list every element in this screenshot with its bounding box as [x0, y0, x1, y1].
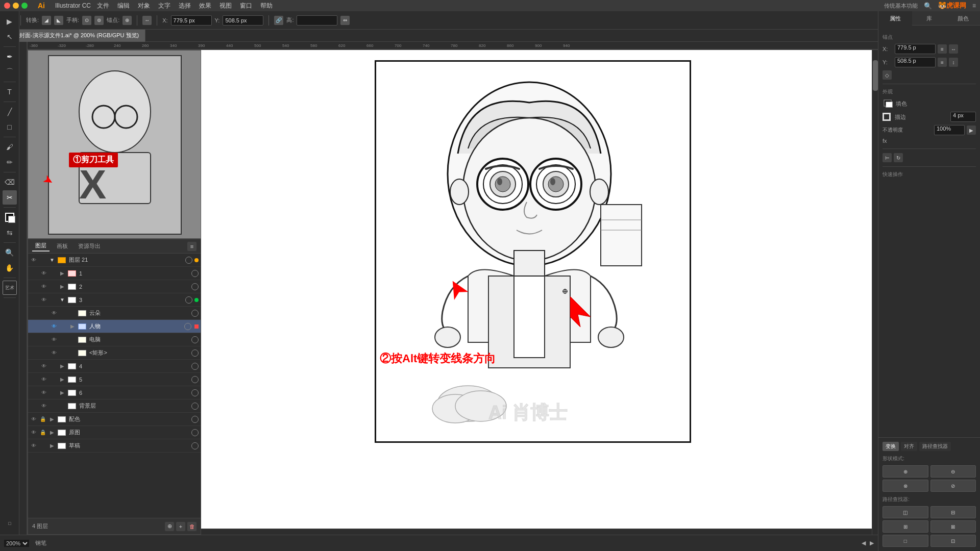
- shape-minus[interactable]: ⊖: [930, 465, 976, 478]
- stroke-white-swatch[interactable]: [886, 102, 893, 108]
- main-artwork-canvas[interactable]: Ai 肖博士 ②按Alt键转变线条方向 ➤: [201, 50, 878, 535]
- pencil-tool[interactable]: ✏: [3, 155, 17, 169]
- convert-anchor-icon[interactable]: ◇: [883, 70, 892, 80]
- layer-eye-computer[interactable]: 👁: [51, 336, 58, 343]
- curvature-tool[interactable]: ⌒: [3, 65, 17, 79]
- menu-select[interactable]: 选择: [179, 2, 191, 10]
- layer-row-computer[interactable]: 👁 电脑: [28, 333, 201, 346]
- properties-tab[interactable]: 属性: [878, 11, 912, 26]
- zoom-select[interactable]: 200% 100% 150% 50%: [4, 540, 29, 547]
- screen-mode[interactable]: □: [3, 516, 17, 531]
- layer-row-character[interactable]: 👁 ▶ 人物: [28, 320, 201, 333]
- layer-eye-4[interactable]: 👁: [40, 363, 47, 370]
- artboard-tool[interactable]: 艺术: [3, 281, 17, 295]
- layer-expand-original[interactable]: ▶: [48, 430, 56, 435]
- library-tab[interactable]: 库: [912, 11, 946, 26]
- layer-row-color[interactable]: 👁 🔒 ▶ 配色: [28, 413, 201, 426]
- y-unit-icon[interactable]: ≡: [938, 58, 947, 67]
- eraser-tool[interactable]: ⌫: [3, 175, 17, 189]
- layer-row-3[interactable]: 👁 ▼ 3: [28, 293, 201, 307]
- maximize-button[interactable]: [21, 3, 28, 9]
- rect-tool[interactable]: □: [3, 120, 17, 134]
- layers-options-icon[interactable]: ≡: [187, 242, 197, 251]
- layers-tab-export[interactable]: 资源导出: [75, 241, 104, 251]
- pathfinder-tab[interactable]: 路径查找器: [919, 442, 951, 451]
- color-tab[interactable]: 颜色: [946, 11, 980, 26]
- document-tab[interactable]: ✕ 封面-演示源文件1.ai* @ 200% (RGB/GPU 预览): [4, 30, 145, 42]
- path-trim[interactable]: ⊟: [930, 506, 976, 518]
- layer-row-5[interactable]: 👁 ▶ 5: [28, 373, 201, 386]
- opacity-input[interactable]: 100%: [934, 125, 965, 135]
- layer-row-rect[interactable]: 👁 <矩形>: [28, 346, 201, 360]
- fill-color[interactable]: [3, 210, 17, 224]
- direct-select-tool[interactable]: ↖: [3, 30, 17, 44]
- layer-expand-1[interactable]: ▶: [59, 270, 66, 276]
- layer-eye-rect[interactable]: 👁: [51, 349, 58, 357]
- anchor-pt-tool-1[interactable]: ⊕: [122, 16, 132, 25]
- menu-object[interactable]: 对象: [138, 2, 150, 10]
- transform-tab[interactable]: 变换: [883, 442, 899, 451]
- rotate-icon[interactable]: ↻: [894, 153, 903, 162]
- layer-row-1[interactable]: 👁 ▶ 1: [28, 267, 201, 280]
- line-tool[interactable]: ╱: [3, 105, 17, 119]
- layer-row-draft[interactable]: 👁 ▶ 草稿: [28, 439, 201, 453]
- layer-expand-character[interactable]: ▶: [69, 323, 76, 329]
- hand-tool-2[interactable]: ⊚: [94, 16, 104, 25]
- height-input[interactable]: [297, 15, 337, 26]
- shape-exclude[interactable]: ⊘: [930, 480, 976, 492]
- layer-eye-3[interactable]: 👁: [40, 296, 47, 304]
- layer-eye-5[interactable]: 👁: [40, 376, 47, 383]
- layers-tab-layers[interactable]: 图层: [32, 241, 50, 252]
- align-h-icon[interactable]: ⊢: [883, 153, 892, 162]
- x-input[interactable]: 779.5 px: [171, 15, 212, 26]
- vertical-scrollbar[interactable]: [872, 50, 878, 535]
- layer-row-bg[interactable]: 👁 背景层: [28, 399, 201, 413]
- layer-eye-1[interactable]: 👁: [40, 270, 47, 277]
- layer-row-original[interactable]: 👁 🔒 ▶ 原图: [28, 426, 201, 439]
- panel-toggle[interactable]: ≡: [972, 2, 976, 9]
- y-coord-input[interactable]: 508.5 p: [895, 57, 936, 67]
- convert-tool-2[interactable]: ◣: [54, 16, 63, 25]
- stroke-indicator[interactable]: [883, 113, 891, 121]
- path-subtract[interactable]: ⊡: [930, 535, 976, 547]
- x-transform-icon[interactable]: ↔: [949, 44, 958, 54]
- path-tool[interactable]: ↔: [142, 16, 152, 25]
- status-nav-right[interactable]: ▶: [870, 540, 874, 546]
- align-tab[interactable]: 对齐: [901, 442, 917, 451]
- resize-icon[interactable]: ⇔: [340, 16, 350, 25]
- layer-expand-21[interactable]: ▼: [48, 257, 56, 263]
- layer-row-6[interactable]: 👁 ▶ 6: [28, 386, 201, 399]
- x-unit-icon[interactable]: ≡: [938, 44, 947, 54]
- layer-eye-6[interactable]: 👁: [40, 389, 47, 396]
- layer-eye-bg[interactable]: 👁: [40, 403, 47, 410]
- layer-row-21[interactable]: 👁 ▼ 图层 21: [28, 254, 201, 267]
- path-divide[interactable]: ◫: [883, 506, 928, 518]
- type-tool[interactable]: T: [3, 85, 17, 99]
- layer-expand-3[interactable]: ▼: [59, 297, 66, 303]
- menu-view[interactable]: 视图: [219, 2, 232, 10]
- layer-eye-draft[interactable]: 👁: [30, 442, 37, 449]
- menu-text[interactable]: 文字: [158, 2, 170, 10]
- layer-eye-2[interactable]: 👁: [40, 283, 47, 290]
- layers-tab-artboard[interactable]: 画板: [54, 241, 71, 251]
- path-merge[interactable]: ⊞: [883, 520, 928, 533]
- shape-unite[interactable]: ⊕: [883, 465, 928, 478]
- layer-row-2[interactable]: 👁 ▶ 2: [28, 280, 201, 293]
- select-tool[interactable]: ▶: [3, 14, 17, 29]
- paintbrush-tool[interactable]: 🖌: [3, 140, 17, 154]
- layer-eye-21[interactable]: 👁: [30, 257, 37, 264]
- shape-intersect[interactable]: ⊗: [883, 480, 928, 492]
- menu-edit[interactable]: 编辑: [117, 2, 130, 10]
- link-icon[interactable]: 🔗: [274, 16, 283, 25]
- path-crop[interactable]: ⊠: [930, 520, 976, 533]
- swap-colors[interactable]: ⇆: [3, 226, 17, 240]
- layer-row-clouds[interactable]: 👁 云朵: [28, 307, 201, 320]
- stroke-width-input[interactable]: 4 px: [950, 112, 976, 122]
- zoom-control[interactable]: 200% 100% 150% 50%: [4, 540, 29, 547]
- menu-file[interactable]: 文件: [97, 2, 109, 10]
- hand-tool-1[interactable]: ⊙: [82, 16, 91, 25]
- pen-tool[interactable]: ✒: [3, 49, 17, 64]
- layer-expand-color[interactable]: ▶: [48, 416, 56, 422]
- status-nav-left[interactable]: ◀: [862, 540, 866, 546]
- layer-row-4[interactable]: 👁 ▶ 4: [28, 360, 201, 373]
